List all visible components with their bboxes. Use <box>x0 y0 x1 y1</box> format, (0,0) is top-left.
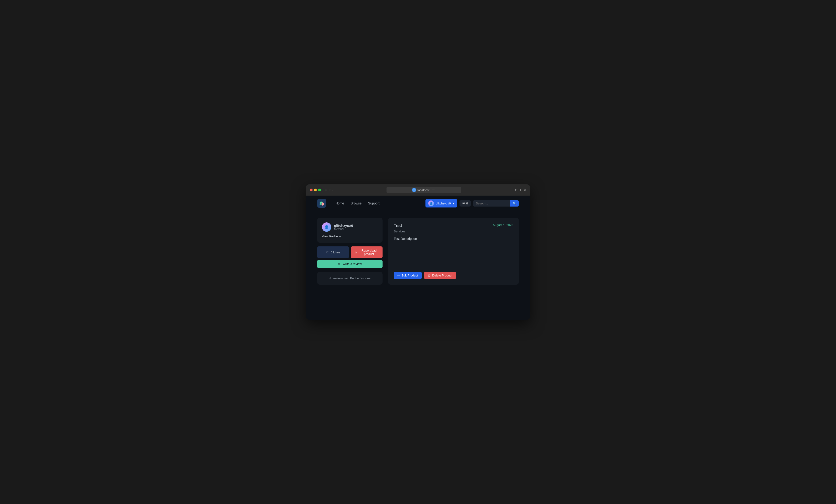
user-avatar: 👤 <box>428 200 434 206</box>
chevron-down-icon[interactable]: ▾ <box>329 189 330 191</box>
product-header: Test August 1, 2023 <box>394 223 513 228</box>
product-actions: ✏ Edit Product 🗑 Delete Product <box>394 272 513 279</box>
tab-overview-icon[interactable]: ⧉ <box>524 188 526 192</box>
new-tab-icon[interactable]: + <box>519 188 521 192</box>
edit-label: Edit Product <box>401 274 418 277</box>
nav-links: Home Browse Support <box>336 201 418 205</box>
report-button[interactable]: ⚠ Report bad product <box>351 247 383 258</box>
share-icon[interactable]: ⬆ <box>514 188 517 192</box>
likes-button[interactable]: ♡ 0 Likes <box>317 247 349 258</box>
edit-product-button[interactable]: ✏ Edit Product <box>394 272 422 279</box>
action-buttons: ♡ 0 Likes ⚠ Report bad product ✏ Write a… <box>317 247 383 268</box>
trash-icon: 🗑 <box>428 274 431 277</box>
address-ellipsis: ··· <box>432 188 435 192</box>
edit-icon: ✏ <box>398 274 400 277</box>
navbar: 🛍️ Home Browse Support 👤 glitchzyu#0 ▾ ✉… <box>306 196 530 211</box>
app-content: 🛍️ Home Browse Support 👤 glitchzyu#0 ▾ ✉… <box>306 196 530 291</box>
username-label: glitchzyu#0 <box>436 202 451 205</box>
dropdown-chevron-icon: ▾ <box>453 202 454 205</box>
back-icon[interactable]: ‹ <box>332 188 334 192</box>
avatar: 👤 <box>322 222 331 232</box>
browser-toolbar-right: ⬆ + ⧉ <box>514 188 526 192</box>
search-icon: 🔍 <box>513 202 516 205</box>
nav-right: 👤 glitchzyu#0 ▾ ✉ 0 🔍 <box>425 199 519 208</box>
review-button[interactable]: ✏ Write a review <box>317 260 383 268</box>
url-text: localhost <box>418 188 430 192</box>
delete-label: Delete Product <box>432 274 452 277</box>
likes-label: 0 Likes <box>330 251 340 254</box>
nav-support[interactable]: Support <box>368 201 380 205</box>
user-card: 👤 glitchzyu#0 Member View Profile → <box>317 218 383 243</box>
left-panel: 👤 glitchzyu#0 Member View Profile → ♡ 0 … <box>317 218 383 285</box>
main-content: 👤 glitchzyu#0 Member View Profile → ♡ 0 … <box>306 211 530 291</box>
no-reviews-text: No reviews yet. Be the first one! <box>328 276 371 280</box>
site-favicon: 🛒 <box>413 188 416 192</box>
fullscreen-traffic-light[interactable] <box>318 189 321 191</box>
no-reviews-panel: No reviews yet. Be the first one! <box>317 272 383 285</box>
product-panel: Test August 1, 2023 Services Test Descri… <box>388 218 519 285</box>
product-description: Test Description <box>394 237 513 267</box>
report-label: Report bad product <box>359 249 379 256</box>
sidebar-toggle-icon[interactable]: ⊞ <box>325 188 327 192</box>
warning-icon: ⚠ <box>355 251 357 254</box>
view-profile-link[interactable]: View Profile → <box>322 234 378 238</box>
messages-count: 0 <box>466 202 468 205</box>
browser-icons-left: ⊞ ▾ ‹ <box>325 188 334 192</box>
nav-browse[interactable]: Browse <box>350 201 362 205</box>
action-row: ♡ 0 Likes ⚠ Report bad product <box>317 247 383 258</box>
close-traffic-light[interactable] <box>310 189 312 191</box>
heart-icon: ♡ <box>326 251 329 254</box>
traffic-lights <box>310 189 321 191</box>
profile-username: glitchzyu#0 <box>334 224 353 228</box>
search-input[interactable] <box>473 200 510 207</box>
review-label: Write a review <box>342 262 362 266</box>
browser-window: ⊞ ▾ ‹ 🛒 localhost ··· ⬆ + ⧉ 🛍️ Home Brow… <box>306 185 530 319</box>
search-button[interactable]: 🔍 <box>510 200 519 207</box>
profile-role: Member <box>334 228 353 231</box>
minimize-traffic-light[interactable] <box>314 189 317 191</box>
browser-chrome: ⊞ ▾ ‹ 🛒 localhost ··· ⬆ + ⧉ <box>306 185 530 196</box>
user-menu-button[interactable]: 👤 glitchzyu#0 ▾ <box>425 199 457 208</box>
delete-product-button[interactable]: 🗑 Delete Product <box>424 272 456 279</box>
nav-logo[interactable]: 🛍️ <box>317 199 326 208</box>
user-info: 👤 glitchzyu#0 Member <box>322 222 378 232</box>
mail-icon: ✉ <box>462 202 465 205</box>
product-category: Services <box>394 230 513 233</box>
pencil-icon: ✏ <box>338 262 341 266</box>
address-bar[interactable]: 🛒 localhost ··· <box>386 187 461 193</box>
product-title: Test <box>394 223 402 228</box>
messages-button[interactable]: ✉ 0 <box>459 200 471 207</box>
search-bar: 🔍 <box>473 200 519 207</box>
product-date: August 1, 2023 <box>493 223 513 227</box>
user-details: glitchzyu#0 Member <box>334 224 353 231</box>
nav-home[interactable]: Home <box>336 201 344 205</box>
